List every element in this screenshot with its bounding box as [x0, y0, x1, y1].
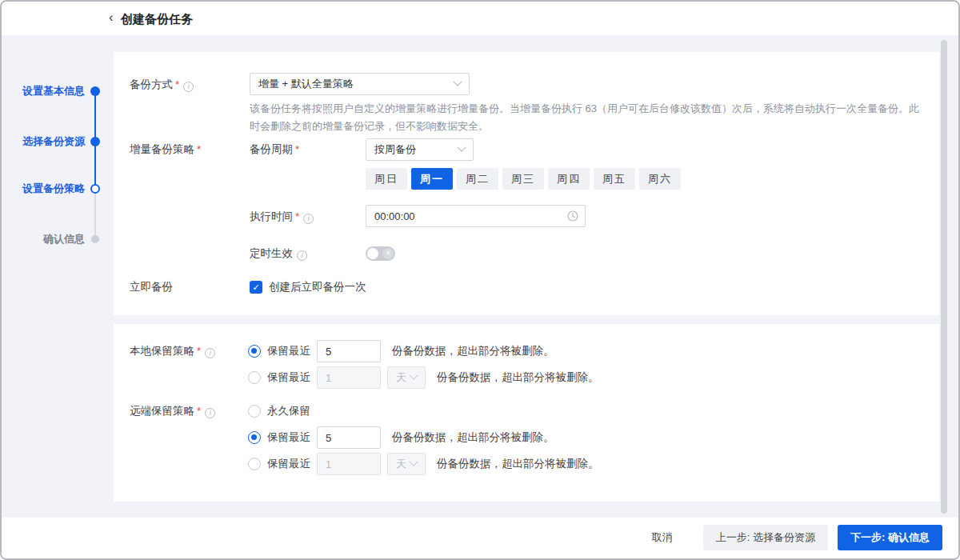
- option-suffix: 份备份数据，超出部分将被删除。: [437, 370, 599, 385]
- option-text: 永久保留: [267, 404, 310, 418]
- immediate-backup-checkbox-label[interactable]: 创建后立即备份一次: [269, 280, 366, 294]
- option-prefix: 保留最近: [267, 430, 310, 445]
- remote-retention-option-duration: 保留最近 天 份备份数据，超出部分将被删除。: [248, 453, 599, 475]
- chevron-down-icon: [409, 371, 418, 380]
- remote-retention-option-count: 保留最近 份备份数据，超出部分将被删除。: [248, 426, 554, 449]
- weekday-thu[interactable]: 周四: [548, 168, 590, 190]
- remote-retention-option-forever: 永久保留: [248, 400, 310, 422]
- vertical-scrollbar[interactable]: [941, 40, 947, 514]
- radio-unselected[interactable]: [248, 458, 261, 470]
- retention-card: 本地保留策略*i 保留最近 份备份数据，超出部分将被删除。 保留最近 天 份备份…: [114, 324, 939, 502]
- info-icon[interactable]: i: [303, 214, 314, 224]
- local-keep-duration-input: [317, 366, 381, 389]
- local-retention-label-text: 本地保留策略: [130, 345, 194, 357]
- step-dot-confirm: [91, 235, 99, 243]
- radio-selected[interactable]: [248, 431, 261, 444]
- local-keep-count-input[interactable]: [317, 340, 381, 362]
- step-item-confirm[interactable]: 确认信息: [8, 232, 85, 246]
- exec-time-label-text: 执行时间: [250, 210, 293, 222]
- step-dot-basic-info: [90, 86, 100, 96]
- info-icon[interactable]: i: [297, 250, 307, 261]
- next-step-button[interactable]: 下一步: 确认信息: [838, 525, 942, 550]
- step-dot-resources: [90, 137, 100, 146]
- backup-cycle-label-text: 备份周期: [250, 143, 293, 155]
- backup-cycle-value: 按周备份: [374, 142, 458, 157]
- page-header: ‹ 创建备份任务: [2, 2, 958, 35]
- schedule-effective-label-text: 定时生效: [250, 247, 293, 259]
- backup-cycle-label: 备份周期*: [250, 142, 299, 157]
- chevron-down-icon: [453, 78, 462, 86]
- remote-keep-count-input[interactable]: [317, 426, 381, 449]
- backup-method-label: 备份方式*i: [130, 78, 194, 92]
- weekday-sun[interactable]: 周日: [366, 168, 407, 190]
- required-mark: *: [175, 78, 179, 90]
- required-mark: *: [197, 143, 201, 155]
- backup-method-help: 该备份任务将按照用户自定义的增量策略进行增量备份。当增量备份执行 63（用户可在…: [250, 100, 928, 135]
- local-duration-unit-select: 天: [387, 366, 426, 389]
- strategy-card: 备份方式*i 增量 + 默认全量策略 该备份任务将按照用户自定义的增量策略进行增…: [114, 52, 939, 315]
- schedule-effective-label: 定时生效i: [250, 246, 307, 261]
- chevron-down-icon: [409, 458, 418, 466]
- remote-retention-label-text: 远端保留策略: [130, 405, 194, 417]
- option-suffix: 份备份数据，超出部分将被删除。: [437, 457, 599, 471]
- required-mark: *: [197, 405, 201, 417]
- step-item-strategy[interactable]: 设置备份策略: [8, 182, 85, 196]
- info-icon[interactable]: i: [205, 348, 215, 358]
- unit-value: 天: [396, 457, 410, 471]
- option-suffix: 份备份数据，超出部分将被删除。: [392, 430, 554, 445]
- exec-time-label: 执行时间*i: [250, 210, 314, 224]
- backup-method-label-text: 备份方式: [130, 78, 173, 90]
- weekday-tue[interactable]: 周二: [457, 168, 498, 190]
- step-dot-strategy: [90, 184, 100, 194]
- weekday-wed[interactable]: 周三: [502, 168, 544, 190]
- backup-method-select[interactable]: 增量 + 默认全量策略: [250, 73, 470, 95]
- option-suffix: 份备份数据，超出部分将被删除。: [392, 344, 554, 358]
- option-prefix: 保留最近: [267, 370, 310, 385]
- radio-selected[interactable]: [248, 345, 261, 358]
- required-mark: *: [295, 143, 299, 155]
- remote-retention-label: 远端保留策略*i: [130, 404, 215, 418]
- footer-bar: 取消 上一步: 选择备份资源 下一步: 确认信息: [2, 516, 958, 558]
- step-item-resources[interactable]: 选择备份资源: [8, 134, 85, 149]
- incremental-policy-label: 增量备份策略*: [130, 142, 201, 157]
- step-item-basic-info[interactable]: 设置基本信息: [8, 84, 85, 98]
- backup-cycle-select[interactable]: 按周备份: [366, 138, 474, 161]
- schedule-effective-toggle[interactable]: ✕: [366, 246, 395, 261]
- unit-value: 天: [396, 370, 410, 385]
- required-mark: *: [295, 210, 299, 222]
- info-icon[interactable]: i: [205, 408, 215, 418]
- backup-method-value: 增量 + 默认全量策略: [258, 77, 454, 91]
- toggle-off-icon: ✕: [382, 248, 394, 259]
- prev-step-button[interactable]: 上一步: 选择备份资源: [703, 525, 828, 550]
- stepper-line-pending: [94, 189, 96, 240]
- local-retention-label: 本地保留策略*i: [130, 344, 215, 358]
- option-prefix: 保留最近: [267, 457, 310, 471]
- immediate-backup-checkbox[interactable]: ✓: [250, 281, 262, 294]
- immediate-backup-label: 立即备份: [130, 280, 173, 294]
- exec-time-field: [366, 205, 586, 227]
- radio-unselected[interactable]: [248, 371, 261, 384]
- back-icon[interactable]: ‹: [106, 2, 117, 35]
- remote-keep-duration-input: [317, 453, 381, 475]
- exec-time-input[interactable]: [366, 205, 586, 227]
- remote-duration-unit-select: 天: [387, 453, 426, 475]
- radio-unselected[interactable]: [248, 405, 261, 418]
- page-title: 创建备份任务: [121, 2, 193, 35]
- toggle-knob: [367, 248, 378, 259]
- create-backup-task-window: ‹ 创建备份任务 设置基本信息 选择备份资源 设置备份策略 确认信息 备份方式*…: [0, 0, 960, 560]
- option-prefix: 保留最近: [267, 344, 310, 358]
- weekday-sat[interactable]: 周六: [639, 168, 681, 190]
- info-icon[interactable]: i: [183, 82, 194, 92]
- chevron-down-icon: [457, 143, 466, 152]
- local-retention-option-count: 保留最近 份备份数据，超出部分将被删除。: [248, 340, 554, 362]
- required-mark: *: [197, 345, 201, 357]
- cancel-button[interactable]: 取消: [639, 525, 686, 550]
- weekday-mon[interactable]: 周一: [411, 168, 453, 190]
- weekday-picker: 周日 周一 周二 周三 周四 周五 周六: [366, 168, 681, 190]
- local-retention-option-duration: 保留最近 天 份备份数据，超出部分将被删除。: [248, 366, 599, 389]
- weekday-fri[interactable]: 周五: [594, 168, 635, 190]
- incremental-policy-label-text: 增量备份策略: [130, 143, 194, 155]
